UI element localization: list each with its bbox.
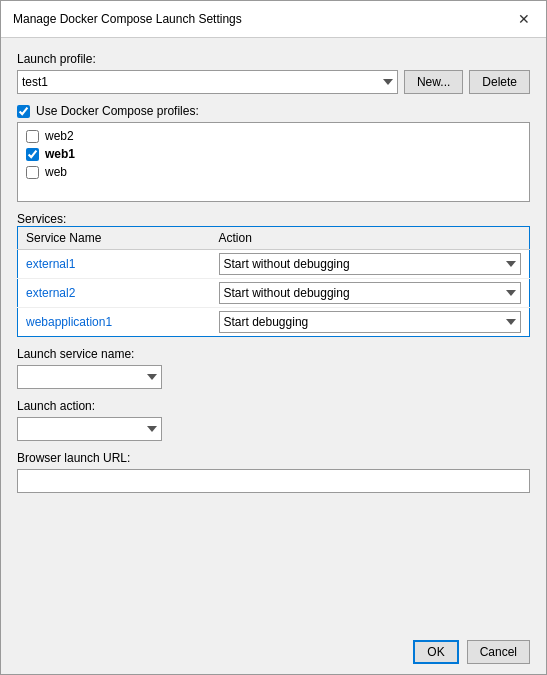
table-row: webapplication1 Start without debugging … bbox=[18, 308, 530, 337]
launch-service-label: Launch service name: bbox=[17, 347, 530, 361]
use-profiles-row: Use Docker Compose profiles: bbox=[17, 104, 530, 118]
launch-profile-label: Launch profile: bbox=[17, 52, 530, 66]
cancel-button[interactable]: Cancel bbox=[467, 640, 530, 664]
service-action-webapplication1: Start without debugging Start debugging … bbox=[211, 308, 530, 337]
action-select-external1[interactable]: Start without debugging Start debugging … bbox=[219, 253, 522, 275]
services-label: Services: bbox=[17, 212, 530, 226]
launch-action-section: Launch action: bbox=[17, 399, 530, 441]
use-profiles-label[interactable]: Use Docker Compose profiles: bbox=[36, 104, 199, 118]
service-name-webapplication1: webapplication1 bbox=[18, 308, 211, 337]
dialog-title: Manage Docker Compose Launch Settings bbox=[13, 12, 242, 26]
profile-web1-checkbox[interactable] bbox=[26, 148, 39, 161]
col-action: Action bbox=[211, 227, 530, 250]
profile-web-label: web bbox=[45, 165, 67, 179]
use-profiles-checkbox[interactable] bbox=[17, 105, 30, 118]
action-select-external2[interactable]: Start without debugging Start debugging … bbox=[219, 282, 522, 304]
launch-service-section: Launch service name: bbox=[17, 347, 530, 389]
profiles-list: web2 web1 web bbox=[17, 122, 530, 202]
profile-web2-label: web2 bbox=[45, 129, 74, 143]
launch-service-select[interactable] bbox=[17, 365, 162, 389]
title-bar: Manage Docker Compose Launch Settings ✕ bbox=[1, 1, 546, 38]
launch-profile-row: test1 New... Delete bbox=[17, 70, 530, 94]
list-item: web1 bbox=[26, 147, 521, 161]
service-name-external2: external2 bbox=[18, 279, 211, 308]
browser-url-input[interactable] bbox=[17, 469, 530, 493]
ok-button[interactable]: OK bbox=[413, 640, 458, 664]
service-action-external2: Start without debugging Start debugging … bbox=[211, 279, 530, 308]
dialog: Manage Docker Compose Launch Settings ✕ … bbox=[0, 0, 547, 675]
launch-action-select[interactable] bbox=[17, 417, 162, 441]
services-section: Services: Service Name Action external1 … bbox=[17, 212, 530, 337]
browser-url-label: Browser launch URL: bbox=[17, 451, 530, 465]
table-row: external1 Start without debugging Start … bbox=[18, 250, 530, 279]
delete-button[interactable]: Delete bbox=[469, 70, 530, 94]
list-item: web bbox=[26, 165, 521, 179]
dialog-content: Launch profile: test1 New... Delete Use … bbox=[1, 38, 546, 630]
table-row: external2 Start without debugging Start … bbox=[18, 279, 530, 308]
browser-url-section: Browser launch URL: bbox=[17, 451, 530, 493]
launch-action-label: Launch action: bbox=[17, 399, 530, 413]
profile-web-checkbox[interactable] bbox=[26, 166, 39, 179]
profile-web1-label: web1 bbox=[45, 147, 75, 161]
launch-profile-select[interactable]: test1 bbox=[17, 70, 398, 94]
profile-web2-checkbox[interactable] bbox=[26, 130, 39, 143]
docker-compose-section: Use Docker Compose profiles: web2 web1 w… bbox=[17, 104, 530, 202]
action-select-webapplication1[interactable]: Start without debugging Start debugging … bbox=[219, 311, 522, 333]
new-button[interactable]: New... bbox=[404, 70, 463, 94]
services-table: Service Name Action external1 Start with… bbox=[17, 226, 530, 337]
dialog-footer: OK Cancel bbox=[1, 630, 546, 674]
close-button[interactable]: ✕ bbox=[514, 9, 534, 29]
list-item: web2 bbox=[26, 129, 521, 143]
service-action-external1: Start without debugging Start debugging … bbox=[211, 250, 530, 279]
launch-profile-section: Launch profile: test1 New... Delete bbox=[17, 52, 530, 94]
col-service-name: Service Name bbox=[18, 227, 211, 250]
service-name-external1: external1 bbox=[18, 250, 211, 279]
